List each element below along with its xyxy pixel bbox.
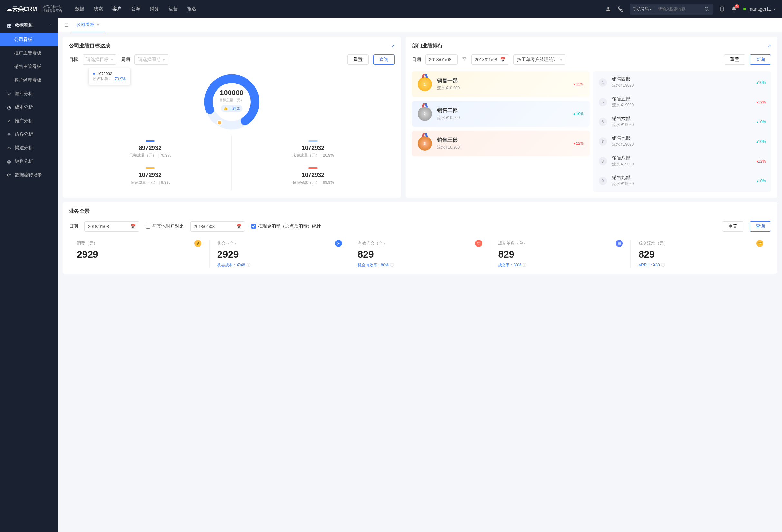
rank-number: 6 bbox=[599, 118, 607, 126]
donut-center: 100000 目标总量（元） 👍已达成 bbox=[219, 89, 244, 112]
chevron-down-icon: ▾ bbox=[774, 7, 776, 11]
collapse-sidebar-button[interactable]: ☰ bbox=[61, 23, 72, 28]
search-type-select[interactable]: 手机号码 ▾ bbox=[630, 6, 655, 12]
notification-icon[interactable]: 5 bbox=[731, 6, 737, 12]
rank-row[interactable]: 4 销售四部流水 ¥19020 ▴10% bbox=[594, 73, 771, 92]
sidebar: ▦数据看板 ˄ 公司看板 推广主管看板 销售主管看板 客户经理看板 ▽漏斗分析 … bbox=[0, 18, 58, 532]
compare-checkbox[interactable]: 与其他时间对比 bbox=[146, 223, 184, 229]
sidebar-item-promo[interactable]: ↗推广分析 bbox=[0, 114, 58, 128]
help-icon[interactable]: ⓘ bbox=[247, 262, 250, 268]
logo-mark: ☁云朵CRM bbox=[6, 5, 37, 13]
rank-row[interactable]: 7 销售七部流水 ¥19020 ▴10% bbox=[594, 132, 771, 151]
sidebar-item-cost[interactable]: ◔成本分析 bbox=[0, 101, 58, 114]
card-overview-title: 业务全景 bbox=[69, 208, 90, 215]
rank-item-2[interactable]: 2 销售二部流水 ¥10,900 ▴10% bbox=[412, 101, 590, 127]
mobile-icon[interactable] bbox=[719, 6, 724, 12]
goal-query-button[interactable]: 查询 bbox=[373, 55, 395, 65]
stat-exceed: 1072932 超额完成（元）|89.9% bbox=[232, 163, 395, 190]
rank-date-from[interactable]: 2018/01/08 bbox=[426, 55, 458, 65]
overview-date1[interactable]: 2018/01/08📅 bbox=[84, 221, 139, 232]
nav-items: 数据 线索 客户 公海 财务 运营 报名 bbox=[75, 6, 605, 12]
nav-item-leads[interactable]: 线索 bbox=[94, 6, 103, 12]
label-target: 目标 bbox=[69, 57, 78, 63]
metric-sub: ARPU：¥80 ⓘ bbox=[639, 262, 763, 268]
achieved-badge: 👍已达成 bbox=[221, 105, 242, 112]
rank-rest-list: 4 销售四部流水 ¥19020 ▴10% 5 销售五部流水 ¥19020 ▾12… bbox=[594, 71, 771, 192]
rank-row[interactable]: 6 销售六部流水 ¥19020 ▴10% bbox=[594, 112, 771, 132]
cash-checkbox[interactable]: 按现金消费（返点后消费）统计 bbox=[251, 223, 321, 229]
tab-company-board[interactable]: 公司看板 ✕ bbox=[72, 18, 104, 32]
metric-card: 机会（个）➤ 2929 机会成本：¥948 ⓘ bbox=[210, 240, 350, 268]
trend-down-icon: ▾12% bbox=[756, 100, 766, 104]
visitor-icon: ☺ bbox=[6, 132, 11, 137]
sidebar-item-channel[interactable]: ∞渠道分析 bbox=[0, 141, 58, 155]
nav-item-customers[interactable]: 客户 bbox=[112, 6, 121, 12]
rank-row[interactable]: 8 销售八部流水 ¥19020 ▾12% bbox=[594, 151, 771, 171]
stat-should: 1072932 应完成量（元）|8.9% bbox=[69, 163, 232, 190]
search-button[interactable] bbox=[700, 6, 713, 11]
phone-icon[interactable] bbox=[617, 6, 624, 12]
sidebar-group-dashboard[interactable]: ▦数据看板 ˄ bbox=[0, 18, 58, 33]
goal-reset-button[interactable]: 重置 bbox=[348, 55, 369, 65]
medal-silver-icon: 2 bbox=[418, 107, 432, 121]
rank-sort-select[interactable]: 按工单客户经理统计▾ bbox=[513, 55, 565, 65]
rank-item-3[interactable]: 3 销售三部流水 ¥10,900 ▾12% bbox=[412, 131, 590, 156]
help-icon[interactable]: ⓘ bbox=[523, 262, 526, 268]
sidebar-item-visitor[interactable]: ☺访客分析 bbox=[0, 128, 58, 141]
target-select[interactable]: 请选择目标▾ bbox=[82, 55, 116, 65]
rank-number: 5 bbox=[599, 98, 607, 106]
trend-up-icon: ▴10% bbox=[756, 179, 766, 183]
trend-up-icon: ▴10% bbox=[756, 119, 766, 124]
rank-number: 4 bbox=[599, 78, 607, 87]
sidebar-item-company-board[interactable]: 公司看板 bbox=[0, 33, 58, 46]
sidebar-item-manager-board[interactable]: 客户经理看板 bbox=[0, 73, 58, 87]
overview-date2[interactable]: 2018/01/08📅 bbox=[190, 221, 245, 232]
logo: ☁云朵CRM 教育机构一站式服务云平台 bbox=[6, 5, 62, 13]
search-input[interactable] bbox=[655, 7, 700, 11]
sidebar-item-promo-board[interactable]: 推广主管看板 bbox=[0, 46, 58, 60]
thumbs-up-icon: 👍 bbox=[223, 106, 228, 111]
svg-point-0 bbox=[607, 7, 609, 9]
close-tab-icon[interactable]: ✕ bbox=[96, 23, 100, 27]
rank-item-1[interactable]: 1 销售一部流水 ¥10,900 ▾12% bbox=[412, 71, 590, 97]
help-icon[interactable]: ⓘ bbox=[390, 262, 394, 268]
help-icon[interactable]: ⓘ bbox=[661, 262, 665, 268]
logo-subtitle: 教育机构一站式服务云平台 bbox=[40, 5, 62, 13]
metric-value: 829 bbox=[639, 249, 763, 260]
expand-icon[interactable]: ⤢ bbox=[768, 44, 771, 48]
nav-item-enroll[interactable]: 报名 bbox=[187, 6, 196, 12]
sidebar-item-sales-board[interactable]: 销售主管看板 bbox=[0, 60, 58, 73]
nav-item-operations[interactable]: 运营 bbox=[169, 6, 178, 12]
sidebar-item-flow[interactable]: ⟳数据流转记录 bbox=[0, 168, 58, 182]
rank-date-to[interactable]: 2018/01/08📅 bbox=[471, 55, 509, 65]
label-date: 日期 bbox=[69, 223, 78, 229]
user-icon[interactable] bbox=[605, 6, 611, 12]
nav-item-public-sea[interactable]: 公海 bbox=[131, 6, 140, 12]
label-period: 周期 bbox=[121, 57, 130, 63]
period-select[interactable]: 请选择周期▾ bbox=[134, 55, 168, 65]
rank-row[interactable]: 5 销售五部流水 ¥19020 ▾12% bbox=[594, 92, 771, 112]
medal-bronze-icon: 3 bbox=[418, 136, 432, 150]
metric-sub: 机会成本：¥948 ⓘ bbox=[217, 262, 342, 268]
rank-top3: 1 销售一部流水 ¥10,900 ▾12% 2 销售二部流水 ¥10,900 ▴… bbox=[412, 71, 590, 192]
metric-card: 有效机会（个）🛡 829 机会有效率：80% ⓘ bbox=[350, 240, 491, 268]
overview-query-button[interactable]: 查询 bbox=[750, 221, 771, 232]
expand-icon[interactable]: ⤢ bbox=[391, 44, 395, 48]
username-label: manager11 bbox=[748, 6, 771, 11]
rank-query-button[interactable]: 查询 bbox=[750, 55, 771, 65]
promo-icon: ↗ bbox=[6, 118, 11, 123]
sidebar-item-funnel[interactable]: ▽漏斗分析 bbox=[0, 87, 58, 101]
cost-icon: ◔ bbox=[6, 105, 11, 110]
rank-reset-button[interactable]: 重置 bbox=[724, 55, 745, 65]
svg-point-3 bbox=[722, 10, 722, 10]
nav-item-finance[interactable]: 财务 bbox=[150, 6, 159, 12]
nav-item-data[interactable]: 数据 bbox=[75, 6, 84, 12]
metric-icon: 💳 bbox=[756, 240, 763, 247]
medal-gold-icon: 1 bbox=[418, 77, 432, 91]
status-dot-icon bbox=[743, 8, 746, 10]
trend-down-icon: ▾12% bbox=[573, 82, 584, 86]
user-menu[interactable]: manager11 ▾ bbox=[743, 6, 776, 11]
overview-reset-button[interactable]: 重置 bbox=[722, 221, 743, 232]
rank-row[interactable]: 9 销售九部流水 ¥19020 ▴10% bbox=[594, 171, 771, 190]
sidebar-item-sales[interactable]: ◎销售分析 bbox=[0, 155, 58, 168]
